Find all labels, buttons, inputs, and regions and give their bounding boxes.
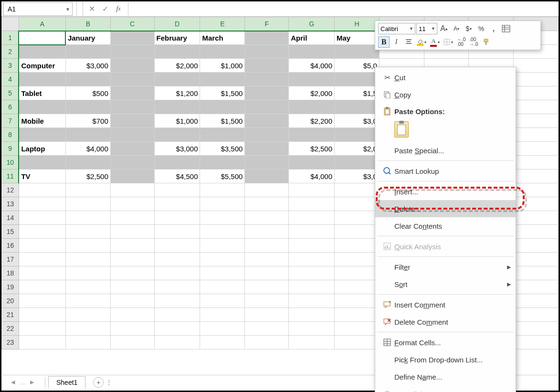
cell[interactable] <box>19 336 65 350</box>
cell[interactable] <box>245 31 289 45</box>
column-header[interactable]: B <box>65 17 110 31</box>
menu-pick-from-list[interactable]: Pick From Drop-down List... <box>375 351 516 368</box>
cell[interactable] <box>200 100 245 114</box>
nav-next-icon[interactable]: ▶ <box>28 378 36 387</box>
cell[interactable] <box>65 197 110 211</box>
select-all-corner[interactable] <box>2 17 19 31</box>
cell[interactable] <box>65 100 110 114</box>
cell[interactable] <box>200 197 245 211</box>
cell[interactable] <box>65 156 110 170</box>
cell[interactable] <box>335 45 380 59</box>
row-header[interactable]: 20 <box>2 294 19 308</box>
cell[interactable] <box>289 45 335 59</box>
cell[interactable] <box>245 73 289 86</box>
column-header[interactable]: A <box>19 17 65 31</box>
cell[interactable]: $2,000 <box>154 59 200 73</box>
cell[interactable] <box>245 280 289 294</box>
cell[interactable] <box>154 225 200 239</box>
cell[interactable] <box>514 128 559 142</box>
cell[interactable] <box>65 239 110 253</box>
cell[interactable] <box>110 308 154 322</box>
cell[interactable] <box>200 211 245 225</box>
cell[interactable] <box>200 308 245 322</box>
cell[interactable] <box>335 197 380 211</box>
cell[interactable] <box>289 156 335 170</box>
cell[interactable] <box>110 31 154 45</box>
row-header[interactable]: 5 <box>2 86 19 100</box>
row-header[interactable]: 23 <box>2 336 19 350</box>
cell[interactable] <box>289 197 335 211</box>
cell[interactable]: $4,000 <box>289 170 335 183</box>
dropdown-icon[interactable]: ▼ <box>65 6 70 11</box>
cell[interactable] <box>289 211 335 225</box>
cell[interactable]: $1,5 <box>335 86 380 100</box>
row-header[interactable]: 6 <box>2 100 19 114</box>
cell[interactable] <box>514 183 559 197</box>
row-header[interactable]: 3 <box>2 59 19 73</box>
cell[interactable] <box>19 100 65 114</box>
cell[interactable] <box>245 86 289 100</box>
cell[interactable] <box>335 308 380 322</box>
cell[interactable] <box>245 142 289 156</box>
cell[interactable] <box>514 225 559 239</box>
cell[interactable] <box>245 197 289 211</box>
menu-smart-lookup[interactable]: Smart Lookup <box>375 162 516 180</box>
cell[interactable] <box>154 294 200 308</box>
cell[interactable] <box>110 266 154 280</box>
cell[interactable] <box>154 156 200 170</box>
cell[interactable] <box>514 142 559 156</box>
cell[interactable] <box>514 322 559 336</box>
cell[interactable] <box>110 322 154 336</box>
cell[interactable] <box>335 266 380 280</box>
cell[interactable] <box>200 294 245 308</box>
cell[interactable] <box>154 128 200 142</box>
cell[interactable] <box>514 211 559 225</box>
cell[interactable] <box>110 253 154 266</box>
cell[interactable] <box>289 225 335 239</box>
cell[interactable] <box>110 170 154 183</box>
cell[interactable] <box>335 128 380 142</box>
column-header[interactable]: G <box>289 17 335 31</box>
cell[interactable] <box>65 322 110 336</box>
format-cells-icon[interactable] <box>500 23 512 34</box>
cell[interactable] <box>19 253 65 266</box>
cell[interactable] <box>335 211 380 225</box>
menu-copy[interactable]: Copy <box>375 86 516 103</box>
add-sheet-button[interactable]: + <box>93 377 104 388</box>
cell[interactable] <box>289 183 335 197</box>
cell[interactable] <box>289 266 335 280</box>
cell[interactable]: Laptop <box>19 142 65 156</box>
cell[interactable] <box>19 197 65 211</box>
cell[interactable]: $2,500 <box>289 142 335 156</box>
cell[interactable] <box>200 322 245 336</box>
cell[interactable] <box>19 211 65 225</box>
row-header[interactable]: 12 <box>2 183 19 197</box>
cell[interactable] <box>514 253 559 266</box>
cell[interactable] <box>245 156 289 170</box>
cell[interactable] <box>65 211 110 225</box>
row-header[interactable]: 15 <box>2 225 19 239</box>
cell[interactable] <box>19 45 65 59</box>
cell[interactable] <box>65 225 110 239</box>
formula-input[interactable] <box>128 2 559 16</box>
row-header[interactable]: 10 <box>2 156 19 170</box>
decrease-decimal-button[interactable]: .00→.0 <box>468 36 479 48</box>
menu-clear-contents[interactable]: Clear Contents <box>375 217 516 234</box>
cell[interactable] <box>110 45 154 59</box>
cell[interactable] <box>514 73 559 86</box>
cell[interactable]: $500 <box>65 86 110 100</box>
cell[interactable]: $1,200 <box>154 86 200 100</box>
sheet-tab[interactable]: Sheet1 <box>48 376 85 388</box>
cell[interactable] <box>110 73 154 86</box>
cell[interactable]: May <box>335 31 380 45</box>
cell[interactable]: $2,000 <box>289 86 335 100</box>
menu-insert[interactable]: Insert... <box>375 183 516 200</box>
cell[interactable] <box>110 336 154 350</box>
cell[interactable] <box>514 156 559 170</box>
row-header[interactable]: 2 <box>2 45 19 59</box>
cell[interactable]: Computer <box>19 59 65 73</box>
cell[interactable] <box>65 183 110 197</box>
cell[interactable] <box>335 100 380 114</box>
cell[interactable] <box>200 183 245 197</box>
increase-decimal-button[interactable]: ←.0.00 <box>455 36 467 48</box>
